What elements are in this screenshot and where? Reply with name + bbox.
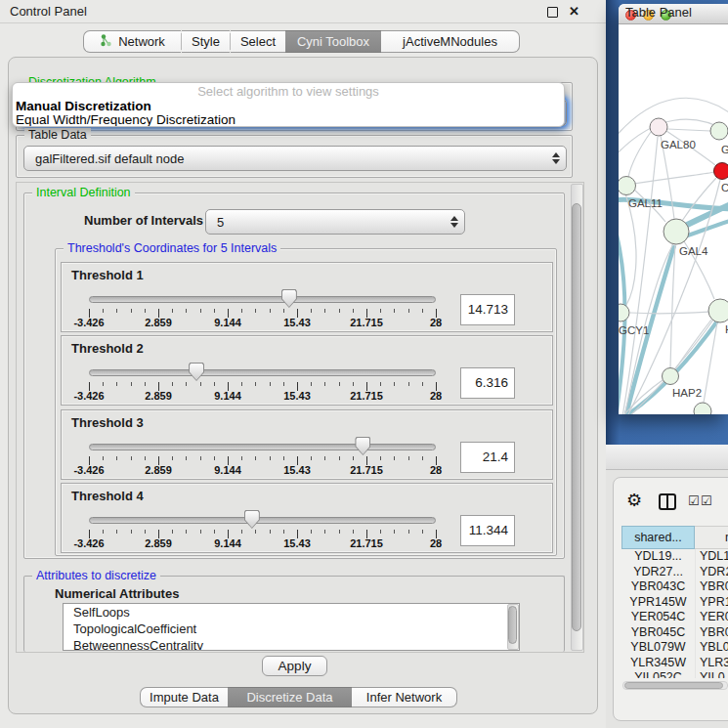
column-checkbox-icon[interactable]: ☑ <box>701 493 712 508</box>
cell-name[interactable]: YPR1 <box>695 595 728 611</box>
settings-scrollbar-thumb[interactable] <box>572 203 581 631</box>
tab-jactivemnodules[interactable]: jActiveMNodules <box>381 30 520 53</box>
threshold-4-value-field[interactable]: 11.344 <box>460 515 515 546</box>
slider-tick <box>408 382 409 386</box>
threshold-3-slider-track[interactable] <box>89 444 436 450</box>
tab-style[interactable]: Style <box>182 30 230 53</box>
tab-impute-data[interactable]: Impute Data <box>140 687 228 707</box>
network-node[interactable] <box>708 299 728 322</box>
slider-thumb[interactable] <box>244 510 260 529</box>
slider-scale-label: 21.715 <box>350 317 383 328</box>
slider-tick <box>353 530 354 534</box>
split-view-icon[interactable] <box>659 493 676 510</box>
network-canvas[interactable]: GAL80GACGAL11GAL4GCY1HHAP2 <box>619 24 728 414</box>
slider-thumb[interactable] <box>281 289 297 308</box>
column-header-name[interactable]: n <box>695 526 728 549</box>
table-row[interactable]: YDR27...YDR2 <box>621 565 728 580</box>
threshold-2-value-field[interactable]: 6.316 <box>460 367 515 399</box>
network-node[interactable] <box>650 118 667 136</box>
algorithm-option-equal-width[interactable]: Equal Width/Frequency Discretization <box>13 113 564 127</box>
cell-shared-name[interactable]: YER054C <box>621 610 695 625</box>
attribute-list-item[interactable]: SelfLoops <box>64 604 519 621</box>
cell-shared-name[interactable]: YBL079W <box>621 640 695 656</box>
cell-shared-name[interactable]: YDL19... <box>621 549 695 565</box>
table-row[interactable]: YBR043CYBR0 <box>621 579 728 595</box>
network-node[interactable] <box>710 122 728 140</box>
tab-select[interactable]: Select <box>231 30 285 53</box>
network-node[interactable] <box>694 403 711 414</box>
cell-name[interactable]: YBR0 <box>695 579 728 595</box>
slider-tick <box>131 530 132 534</box>
cell-name[interactable]: YDL1 <box>695 549 728 565</box>
numerical-attributes-list[interactable]: SelfLoopsTopologicalCoefficientBetweenne… <box>63 603 520 651</box>
algorithm-dropdown-popup: Select algorithm to view settings Manual… <box>12 82 565 127</box>
table-row[interactable]: YER054CYER0 <box>621 610 728 625</box>
algorithm-option-manual[interactable]: Manual Discretization <box>13 100 564 113</box>
network-node[interactable] <box>664 219 689 244</box>
table-row[interactable]: YDL19...YDL1 <box>621 549 728 565</box>
slider-scale-label: 28 <box>430 537 442 549</box>
tab-infer-network[interactable]: Infer Network <box>352 687 457 707</box>
threshold-3-value-field[interactable]: 21.4 <box>460 442 515 473</box>
network-node[interactable] <box>619 304 629 321</box>
cell-name[interactable]: YER0 <box>695 610 728 625</box>
table-row[interactable]: YBL079WYBL0 <box>621 640 728 656</box>
cell-name[interactable]: YDR2 <box>695 565 728 580</box>
float-panel-icon[interactable] <box>547 7 558 18</box>
cell-shared-name[interactable]: YLR345W <box>621 656 695 671</box>
slider-tick <box>241 456 242 460</box>
threshold-1-value-field[interactable]: 14.713 <box>460 294 515 325</box>
cell-name[interactable]: YBR0 <box>695 625 728 641</box>
column-checkbox-icon[interactable]: ☑ <box>688 493 700 508</box>
threshold-3-panel: Threshold 3 21.4 -3.4262.8599.14415.4321… <box>61 409 553 480</box>
slider-scale-label: 2.859 <box>145 317 172 328</box>
slider-tick <box>283 309 284 313</box>
table-row[interactable]: YIL052CYIL0 <box>621 670 728 678</box>
close-panel-icon[interactable]: ✕ <box>569 4 579 19</box>
slider-scale-label: 21.715 <box>350 537 383 549</box>
slider-tick <box>186 309 187 313</box>
network-node-label: GA <box>721 144 728 155</box>
network-node[interactable] <box>663 368 679 385</box>
threshold-4-slider-track[interactable] <box>89 517 436 524</box>
threshold-1-panel: Threshold 1 14.713 -3.4262.8599.14415.43… <box>61 262 553 332</box>
slider-tick <box>172 382 173 386</box>
cell-shared-name[interactable]: YBR043C <box>621 579 695 595</box>
cell-shared-name[interactable]: YPR145W <box>621 595 695 611</box>
apply-button[interactable]: Apply <box>262 656 327 676</box>
network-node[interactable] <box>619 177 636 195</box>
table-row[interactable]: YLR345WYLR3 <box>621 656 728 671</box>
slider-tick <box>270 456 271 460</box>
tab-cyni-toolbox[interactable]: Cyni Toolbox <box>285 30 381 53</box>
network-view-window[interactable]: GAL80GACGAL11GAL4GCY1HHAP2 <box>619 4 728 414</box>
tab-network[interactable]: Network <box>83 30 181 53</box>
tab-label-discretize-data: Discretize Data <box>246 690 332 705</box>
cell-name[interactable]: YBL0 <box>695 640 728 656</box>
cell-name[interactable]: YLR3 <box>695 656 728 671</box>
network-node-label: C <box>721 182 728 193</box>
slider-thumb[interactable] <box>189 363 204 381</box>
table-horizontal-scrollbar-thumb[interactable] <box>624 682 723 689</box>
column-header-shared-name[interactable]: shared... <box>621 526 695 549</box>
network-node[interactable] <box>714 163 728 180</box>
attribute-list-item[interactable]: BetweennessCentrality <box>64 637 519 651</box>
slider-thumb[interactable] <box>355 437 370 455</box>
cell-shared-name[interactable]: YIL052C <box>621 670 695 678</box>
attributes-list-scrollbar-thumb[interactable] <box>508 606 517 644</box>
tab-discretize-data[interactable]: Discretize Data <box>228 687 352 707</box>
table-row[interactable]: YBR045CYBR0 <box>621 625 728 641</box>
table-data-select[interactable]: galFiltered.sif default node <box>23 146 567 171</box>
slider-tick <box>145 309 146 313</box>
slider-tick <box>214 456 215 460</box>
slider-tick <box>186 530 187 534</box>
cell-shared-name[interactable]: YBR045C <box>621 625 695 641</box>
threshold-1-slider-track[interactable] <box>89 296 436 303</box>
control-panel-tabs: Network Style Select Cyni Toolbox jActiv… <box>83 30 520 53</box>
cell-shared-name[interactable]: YDR27... <box>621 565 695 580</box>
threshold-2-slider-track[interactable] <box>89 369 436 376</box>
cell-name[interactable]: YIL0 <box>695 670 728 678</box>
number-of-intervals-select[interactable]: 5 <box>205 209 465 235</box>
settings-gear-icon[interactable]: ⚙ <box>626 490 642 511</box>
table-row[interactable]: YPR145WYPR1 <box>621 595 728 611</box>
attribute-list-item[interactable]: TopologicalCoefficient <box>64 621 519 637</box>
